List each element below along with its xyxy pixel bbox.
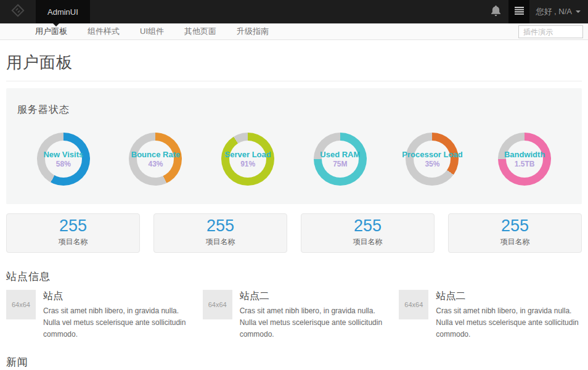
site-title: 站点	[43, 290, 189, 303]
donut-value: 35%	[425, 160, 439, 168]
nav-item-dashboard[interactable]: 用户面板	[35, 26, 67, 37]
site-title: 站点二	[240, 290, 386, 303]
main-content: 用户面板 服务器状态 New Visits 58% Bounce Rate 4	[0, 52, 588, 370]
app-logo[interactable]	[0, 0, 36, 23]
donut-charts-row: New Visits 58% Bounce Rate 43% Server Lo…	[17, 133, 571, 186]
donut-chart-processor-load: Processor Load 35%	[406, 133, 459, 186]
donut-text: New Visits 58%	[37, 133, 90, 186]
donut-text: Bandwidth 1.5TB	[498, 133, 551, 186]
donut-chart-new-visits: New Visits 58%	[37, 133, 90, 186]
site-item: 64x64 站点二 Cras sit amet nibh libero, in …	[203, 290, 386, 341]
donut-chart-used-ram: Used RAM 75M	[314, 133, 367, 186]
stat-box: 255 项目名称	[448, 213, 582, 253]
site-description: Cras sit amet nibh libero, in gravida nu…	[43, 305, 189, 341]
admin-dashboard: AdminUI	[0, 0, 588, 370]
site-description: Cras sit amet nibh libero, in gravida nu…	[436, 305, 582, 341]
notifications-button[interactable]	[483, 0, 508, 23]
donut-label: Server Load	[225, 150, 271, 159]
donut-text: Server Load 91%	[221, 133, 274, 186]
donut-chart-bounce-rate: Bounce Rate 43%	[129, 133, 182, 186]
donut-label: Bandwidth	[504, 150, 545, 159]
list-menu-button[interactable]	[508, 0, 529, 23]
donut-chart-server-load: Server Load 91%	[221, 133, 274, 186]
stat-label: 项目名称	[301, 237, 434, 247]
stat-value: 255	[301, 216, 434, 237]
site-body: 站点二 Cras sit amet nibh libero, in gravid…	[436, 290, 582, 341]
site-item: 64x64 站点二 Cras sit amet nibh libero, in …	[399, 290, 582, 341]
title-divider	[6, 81, 582, 81]
site-item: 64x64 站点 Cras sit amet nibh libero, in g…	[6, 290, 189, 341]
page-title: 用户面板	[6, 52, 582, 73]
brand-label: AdminUI	[47, 7, 78, 17]
donut-label: New Visits	[43, 150, 83, 159]
site-body: 站点二 Cras sit amet nibh libero, in gravid…	[240, 290, 386, 341]
site-body: 站点 Cras sit amet nibh libero, in gravida…	[43, 290, 189, 341]
diamond-logo-icon	[11, 4, 25, 20]
donut-label: Processor Load	[402, 150, 462, 159]
donut-chart-bandwidth: Bandwidth 1.5TB	[498, 133, 551, 186]
list-icon	[515, 6, 524, 17]
site-thumbnail-placeholder: 64x64	[399, 290, 428, 319]
brand-tab[interactable]: AdminUI	[36, 0, 90, 23]
donut-label: Bounce Rate	[131, 150, 180, 159]
site-thumbnail-placeholder: 64x64	[6, 290, 36, 319]
search-input[interactable]	[518, 25, 583, 38]
stat-label: 项目名称	[449, 237, 581, 247]
nav-item-component-styles[interactable]: 组件样式	[88, 26, 120, 37]
site-description: Cras sit amet nibh libero, in gravida nu…	[240, 305, 386, 341]
donut-value: 58%	[56, 160, 71, 168]
donut-value: 1.5TB	[515, 160, 535, 168]
stat-value: 255	[7, 216, 139, 237]
brand-caret-notch	[53, 23, 59, 30]
stat-label: 项目名称	[7, 237, 139, 247]
nav-item-upgrade-guide[interactable]: 升级指南	[237, 26, 269, 37]
stat-value: 255	[154, 216, 287, 237]
user-menu-label: 您好 , N/A	[536, 6, 572, 17]
chevron-down-icon	[576, 10, 581, 15]
sites-row: 64x64 站点 Cras sit amet nibh libero, in g…	[6, 290, 582, 341]
stat-box: 255 项目名称	[301, 213, 435, 253]
server-status-heading: 服务器状态	[17, 104, 571, 117]
bell-icon	[491, 6, 500, 18]
donut-value: 43%	[148, 160, 163, 168]
site-thumbnail-placeholder: 64x64	[203, 290, 232, 319]
user-menu[interactable]: 您好 , N/A	[529, 0, 588, 23]
donut-text: Bounce Rate 43%	[129, 133, 182, 186]
stat-boxes-row: 255 项目名称 255 项目名称 255 项目名称 255 项目名称	[6, 213, 582, 253]
stat-box: 255 项目名称	[6, 213, 140, 253]
stat-value: 255	[449, 216, 581, 237]
donut-label: Used RAM	[320, 150, 360, 159]
site-title: 站点二	[436, 290, 582, 303]
donut-text: Processor Load 35%	[406, 133, 459, 186]
sites-heading: 站点信息	[6, 269, 582, 284]
donut-value: 75M	[333, 160, 347, 168]
donut-text: Used RAM 75M	[314, 133, 367, 186]
stat-label: 项目名称	[154, 237, 287, 247]
topbar-right: 您好 , N/A	[483, 0, 588, 23]
subnav: 用户面板 组件样式 UI组件 其他页面 升级指南	[0, 23, 588, 40]
nav-item-ui-components[interactable]: UI组件	[140, 26, 164, 37]
server-status-panel: 服务器状态 New Visits 58% Bounce Rate 43%	[6, 88, 582, 204]
news-heading: 新闻	[6, 355, 582, 369]
nav-item-other-pages[interactable]: 其他页面	[184, 26, 216, 37]
donut-value: 91%	[240, 160, 255, 168]
stat-box: 255 项目名称	[153, 213, 287, 253]
topbar: AdminUI	[0, 0, 588, 23]
